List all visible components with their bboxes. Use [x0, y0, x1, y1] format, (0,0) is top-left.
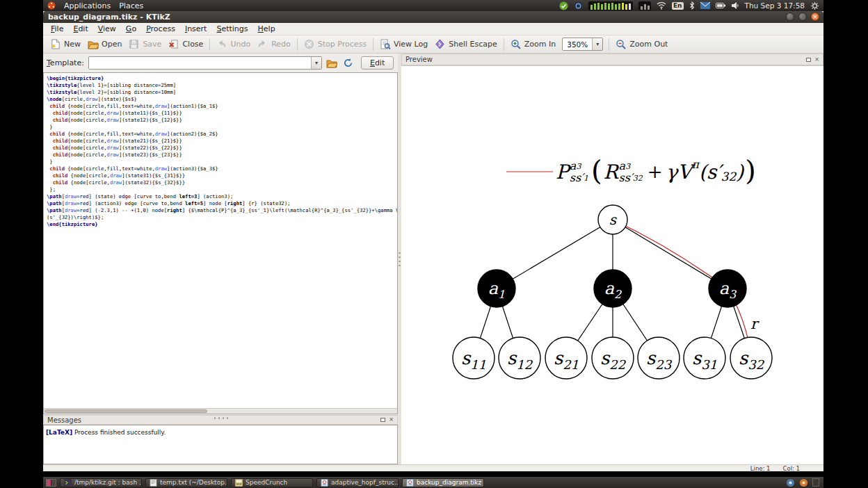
taskbar-item-4[interactable]: adaptive_hopf_struc...	[316, 478, 399, 487]
toolbar-button-new[interactable]: New	[47, 38, 84, 51]
toolbar-button-shell-escape[interactable]: Shell Escape	[431, 38, 501, 51]
toolbar-button-label: Close	[182, 40, 203, 49]
zoom-level-combobox[interactable]: 350%▾	[562, 38, 603, 51]
applications-menu[interactable]: Applications	[64, 1, 111, 10]
menu-settings[interactable]: Settings	[211, 23, 252, 35]
audio-meter-applet[interactable]	[588, 1, 633, 10]
code-line: child{node[circle,draw](state23){$s_{23}…	[47, 152, 397, 158]
toolbar-separator	[373, 38, 373, 51]
menu-edit[interactable]: Edit	[68, 23, 93, 35]
code-line: \path[draw=red] (-2.3,1) -- +(1,0) node[…	[47, 207, 397, 214]
toolbar-button-label: View Log	[394, 40, 428, 49]
reload-icon	[343, 58, 353, 68]
taskbar-item-label: temp.txt (~/Desktop...	[160, 479, 227, 486]
menu-view[interactable]: View	[93, 23, 121, 35]
preview-close-icon[interactable]: ×	[814, 57, 819, 63]
code-line: \path[draw=red] (action3) edge [curve to…	[47, 200, 397, 207]
screen: Applications Places En	[0, 0, 868, 488]
session-indicator-icon[interactable]	[574, 1, 583, 10]
taskbar: /tmp/ktikz.git : bash ...temp.txt (~/Des…	[43, 477, 823, 488]
log-text: Process finished successfully.	[72, 429, 166, 436]
toolbar-button-view-log[interactable]: View Log	[376, 38, 431, 51]
code-line: \node[circle,draw](state){$s$}	[47, 96, 397, 103]
tikz-document-icon	[406, 479, 414, 487]
toolbar-separator	[209, 38, 210, 51]
toolbar-button-label: Zoom Out	[629, 40, 668, 49]
template-combobox[interactable]: ▾	[88, 56, 322, 70]
window-close-button[interactable]: ×	[811, 13, 819, 21]
tray-icon-2[interactable]	[799, 478, 808, 487]
messages-undock-icon[interactable]	[380, 418, 385, 422]
menu-insert[interactable]: Insert	[180, 23, 212, 35]
bluetooth-icon[interactable]	[689, 1, 695, 10]
window-title: backup_diagram.tikz - KTikZ	[48, 13, 170, 22]
toolbar-button-open[interactable]: Open	[84, 38, 125, 51]
open-icon	[88, 39, 99, 50]
messages-close-icon[interactable]: ×	[389, 417, 394, 423]
mail-icon[interactable]	[700, 2, 710, 9]
taskbar-item-3[interactable]: SpeedCrunch	[231, 478, 313, 487]
code-editor[interactable]: \begin{tikzpicture}\tikzstyle{level 1}=[…	[43, 72, 398, 414]
taskbar-item-5[interactable]: backup_diagram.tikz ...	[402, 478, 484, 487]
secondary-meter-applet[interactable]	[638, 1, 651, 10]
menu-file[interactable]: File	[46, 23, 68, 35]
taskbar-item-label: SpeedCrunch	[246, 479, 287, 486]
toolbar-button-undo: Undo	[213, 38, 254, 51]
code-line: \tikzstyle{level 1}=[sibling distance=25…	[47, 82, 397, 89]
horizontal-splitter-grip[interactable]	[213, 417, 230, 419]
save-icon	[129, 39, 140, 50]
toolbar-button-zoom-in[interactable]: Zoom In	[507, 38, 559, 51]
session-gear-icon[interactable]	[810, 1, 819, 10]
update-ok-icon[interactable]	[559, 1, 568, 10]
zoom-level-value: 350%	[563, 40, 592, 49]
toolbar-button-label: New	[64, 40, 81, 49]
menu-help[interactable]: Help	[253, 23, 280, 35]
toolbar-button-close[interactable]: Close	[165, 38, 207, 51]
code-line: child{node[circle,draw](state21){$s_{21}…	[47, 138, 397, 145]
scrollbar-thumb[interactable]	[45, 409, 207, 413]
minimize-button[interactable]	[786, 13, 794, 21]
tray-icon-1[interactable]	[786, 478, 795, 487]
menu-go[interactable]: Go	[121, 23, 141, 35]
show-desktop-button[interactable]	[812, 478, 819, 487]
editor-horizontal-scrollbar[interactable]	[44, 408, 397, 414]
tikz-document-icon	[321, 479, 328, 487]
status-line: Line: 1	[750, 465, 771, 472]
menu-bar: FileEditViewGoProcessInsertSettingsHelp	[43, 23, 823, 35]
code-line: child{node[circle,draw](state11){$s_{11}…	[47, 110, 397, 117]
template-reload-button[interactable]	[341, 56, 355, 70]
menu-process[interactable]: Process	[141, 23, 180, 35]
toolbar-button-zoom-out[interactable]: Zoom Out	[612, 38, 671, 51]
preview-pane: s a1 a2 a3 s11 s12 s21 s22 s23 s31 s32 r…	[401, 65, 823, 464]
places-menu[interactable]: Places	[119, 1, 143, 10]
toolbar-button-label: Save	[143, 40, 161, 49]
maximize-button[interactable]	[798, 13, 807, 21]
log-line: [LaTeX] Process finished successfully.	[44, 425, 397, 439]
ktikz-window: backup_diagram.tikz - KTikZ × FileEditVi…	[43, 11, 823, 471]
task-items: /tmp/ktikz.git : bash ...temp.txt (~/Des…	[60, 478, 484, 487]
template-combo-arrow-icon[interactable]: ▾	[311, 57, 321, 69]
titlebar[interactable]: backup_diagram.tikz - KTikZ ×	[43, 11, 823, 23]
keyboard-layout-indicator[interactable]: En	[672, 2, 684, 10]
toolbar-button-label: Shell Escape	[449, 40, 497, 49]
tikz-preview-canvas: s a1 a2 a3 s11 s12 s21 s22 s23 s31 s32 r	[401, 66, 823, 464]
code-line: }	[47, 158, 397, 165]
template-open-button[interactable]	[325, 56, 339, 70]
template-edit-button[interactable]: Edit	[361, 56, 394, 70]
template-row: Template: ▾ Edit	[43, 54, 398, 72]
preview-undock-icon[interactable]	[806, 58, 811, 62]
taskbar-item-2[interactable]: temp.txt (~/Desktop...	[145, 478, 227, 487]
workspace-switcher[interactable]	[46, 479, 56, 487]
zoom-combo-arrow-icon[interactable]: ▾	[592, 38, 602, 50]
clock[interactable]: Thu Sep 3 17:58	[745, 1, 805, 10]
taskbar-item-1[interactable]: /tmp/ktikz.git : bash ...	[60, 478, 142, 487]
splitter-grip	[399, 251, 401, 269]
wifi-icon[interactable]	[657, 1, 666, 10]
code-line: };	[47, 186, 397, 193]
folder-icon	[326, 58, 337, 69]
code-line: \end{tikzpicture}	[47, 221, 397, 228]
code-line: child {node[circle,draw](state32){$s_{32…	[47, 179, 397, 186]
battery-icon[interactable]	[716, 3, 725, 8]
volume-icon[interactable]	[731, 1, 739, 10]
reward-edge-label: r	[750, 316, 760, 332]
